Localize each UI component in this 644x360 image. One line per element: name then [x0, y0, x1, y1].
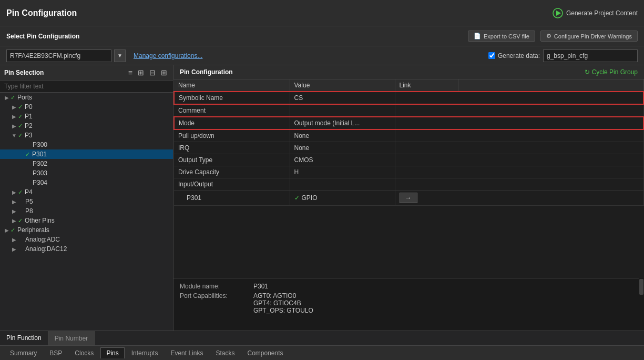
bottom-tab[interactable]: Stacks: [210, 347, 240, 358]
pin-config-header: Pin Configuration ↻ Cycle Pin Group: [173, 65, 644, 79]
check-icon: ✓: [11, 94, 15, 101]
export-icon: 📄: [474, 33, 481, 39]
table-row[interactable]: Output TypeCMOS: [174, 154, 643, 166]
panel-icon-group: ≡ ⊞ ⊟ ⊞: [127, 68, 169, 77]
pin-fn-tab[interactable]: Pin Number: [48, 331, 95, 345]
grid-view-button[interactable]: ⊞: [136, 68, 146, 77]
tree-item[interactable]: ▶✓P0: [0, 102, 173, 112]
tree-label: P301: [32, 151, 47, 158]
tree-item[interactable]: ▶✓P1: [0, 112, 173, 121]
configure-warnings-button[interactable]: ⚙ Configure Pin Driver Warnings: [540, 31, 638, 42]
table-row[interactable]: P301✓GPIO→: [174, 191, 643, 206]
info-module-row: Module name: P301: [180, 283, 632, 290]
tree-arrow: ▶: [11, 189, 18, 195]
check-icon: ✓: [18, 113, 23, 120]
generate-data-input[interactable]: [543, 49, 638, 62]
tree-item[interactable]: P304: [0, 178, 173, 187]
bottom-tab[interactable]: Summary: [4, 347, 43, 358]
generate-project-button[interactable]: Generate Project Content: [553, 8, 638, 18]
tree-arrow: ▶: [11, 246, 18, 252]
table-row[interactable]: IRQNone: [174, 142, 643, 154]
tree-item[interactable]: ▶✓Peripherals: [0, 225, 173, 235]
tree-label: Ports: [17, 94, 32, 101]
table-row[interactable]: Input/Output: [174, 178, 643, 191]
manage-configurations-link[interactable]: Manage configurations...: [134, 52, 202, 59]
config-dropdown-button[interactable]: ▼: [114, 49, 126, 62]
config-table-wrapper: Name Value Link Symbolic NameCSCommentMo…: [173, 79, 644, 278]
tree-container: ▶✓Ports▶✓P0▶✓P1▶✓P2▼✓P3P300✓P301P302P303…: [0, 93, 173, 331]
pin-selection-title: Pin Selection: [4, 69, 44, 76]
bottom-tab[interactable]: Clocks: [69, 347, 99, 358]
col-header-link: Link: [395, 79, 458, 92]
table-row[interactable]: Symbolic NameCS: [174, 92, 643, 104]
config-row-link: [395, 104, 643, 117]
config-row-link: [395, 92, 643, 104]
tree-item[interactable]: ✓P301: [0, 149, 173, 159]
tree-label: P2: [25, 122, 33, 129]
bottom-tab[interactable]: Event Links: [165, 347, 209, 358]
config-row-value: ✓GPIO: [290, 191, 395, 206]
info-scroll-thumb: [639, 279, 643, 295]
config-table: Name Value Link Symbolic NameCSCommentMo…: [173, 79, 644, 206]
generate-data-checkbox[interactable]: [488, 52, 495, 59]
tree-item[interactable]: P300: [0, 140, 173, 149]
select-pin-config-label: Select Pin Configuration: [6, 33, 79, 40]
pin-fn-tab[interactable]: Pin Function: [0, 331, 48, 345]
tree-label: P303: [33, 169, 47, 177]
bottom-tab[interactable]: BSP: [44, 347, 68, 358]
top-header: Pin Configuration Generate Project Conte…: [0, 0, 644, 26]
tree-item[interactable]: ▶✓P2: [0, 121, 173, 131]
cycle-pin-group-button[interactable]: ↻ Cycle Pin Group: [585, 68, 638, 76]
tree-item[interactable]: ▼✓P3: [0, 131, 173, 140]
tree-arrow: ▶: [3, 227, 11, 233]
list-view-button[interactable]: ≡: [127, 68, 134, 77]
tree-arrow: ▶: [11, 123, 18, 129]
table-row[interactable]: ModeOutput mode (Initial L...: [174, 117, 643, 129]
export-csv-button[interactable]: 📄 Export to CSV file: [468, 31, 535, 42]
config-row-link: [395, 166, 643, 178]
config-row-name: Symbolic Name: [174, 92, 290, 104]
tree-item[interactable]: ▶Analog:DAC12: [0, 244, 173, 254]
config-row-value: Output mode (Initial L...: [290, 117, 395, 129]
generate-data-checkbox-label[interactable]: Generate data:: [488, 52, 540, 59]
tree-label: Peripherals: [17, 226, 49, 234]
tree-item[interactable]: P303: [0, 168, 173, 178]
table-row[interactable]: Drive CapacityH: [174, 166, 643, 178]
config-file-selector: ▼: [6, 49, 126, 62]
config-row-link: [395, 117, 643, 129]
bottom-tab[interactable]: Components: [241, 347, 289, 358]
config-row-name: Input/Output: [174, 178, 290, 191]
config-file-input[interactable]: [6, 49, 111, 62]
info-scrollbar[interactable]: [639, 278, 644, 331]
table-row[interactable]: Pull up/downNone: [174, 129, 643, 142]
pin-function-bar: Pin FunctionPin Number: [0, 331, 644, 345]
tree-item[interactable]: ▶✓P4: [0, 187, 173, 197]
tree-label: P3: [25, 132, 33, 139]
config-row-name: Output Type: [174, 154, 290, 166]
left-panel: Pin Selection ≡ ⊞ ⊟ ⊞ ▶✓Ports▶✓P0▶✓P1▶✓P…: [0, 65, 173, 331]
config-row-link: [395, 142, 643, 154]
bottom-tab[interactable]: Pins: [100, 347, 124, 358]
tree-label: P0: [25, 103, 33, 111]
tree-item[interactable]: ▶✓Other Pins: [0, 216, 173, 225]
tree-arrow: ▶: [3, 95, 11, 101]
check-icon: ✓: [11, 227, 15, 234]
table-row[interactable]: Comment: [174, 104, 643, 117]
right-panel: Pin Configuration ↻ Cycle Pin Group Name…: [173, 65, 644, 331]
tree-arrow: ▶: [11, 199, 18, 205]
info-port-value: AGT0: AGTIO0GPT4: GTIOC4BGPT_OPS: GTOULO: [253, 292, 313, 314]
link-arrow-button[interactable]: →: [400, 193, 417, 203]
config-row-value: CMOS: [290, 154, 395, 166]
check-icon: ✓: [25, 151, 30, 158]
collapse-button[interactable]: ⊟: [148, 68, 157, 77]
tree-item[interactable]: ▶P8: [0, 206, 173, 216]
bottom-tab[interactable]: Interrupts: [126, 347, 164, 358]
config-row-link: →: [395, 191, 643, 206]
tree-item[interactable]: ▶Analog:ADC: [0, 235, 173, 244]
tree-item[interactable]: ▶✓Ports: [0, 93, 173, 102]
expand-button[interactable]: ⊞: [159, 68, 169, 77]
tree-label: Analog:DAC12: [25, 245, 67, 253]
filter-input[interactable]: [0, 81, 173, 93]
tree-item[interactable]: ▶P5: [0, 197, 173, 206]
tree-item[interactable]: P302: [0, 159, 173, 168]
